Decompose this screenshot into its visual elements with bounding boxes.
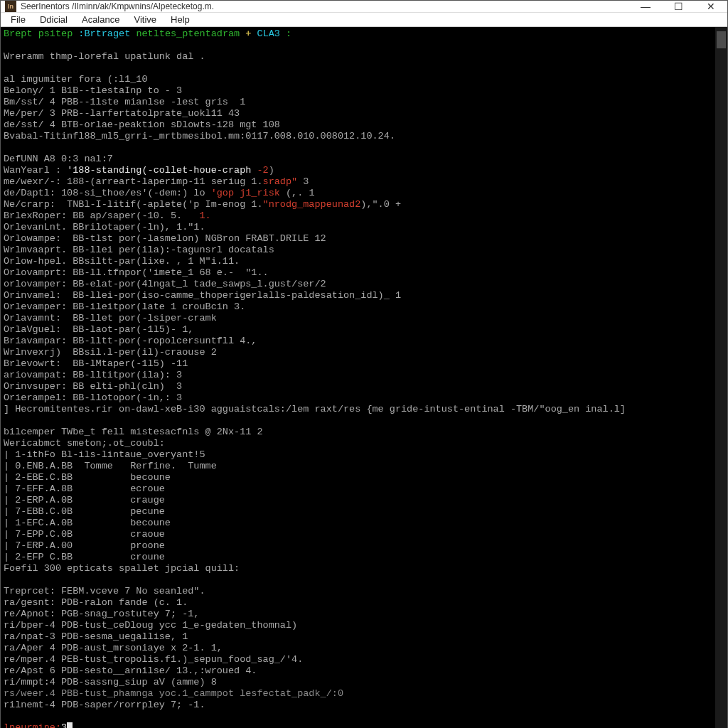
output-seg: ),".0 +	[360, 199, 401, 210]
terminal-area: Brept psitep :Brtraget netltes_ptentadra…	[1, 27, 727, 728]
output-line: Wericabmct smeton;.ot_coubl:	[4, 438, 165, 449]
output-line: orlovamper: BB-elat-por(4lngat_l tade_sa…	[4, 279, 326, 289]
output-line: rs/weer.4 PBB-tust_phamnga yoc.1_cammpot…	[4, 688, 343, 699]
output-line: Treprcet: FEBM.vceve 7 No seanled".	[4, 586, 205, 596]
cmd-seg-5: +	[245, 28, 251, 39]
cmd-seg-1: Brept	[4, 28, 33, 39]
terminal[interactable]: Brept psitep :Brtraget netltes_ptentadra…	[1, 27, 715, 728]
output-line: ra/npat-3 PDB-sesma_uegallise, 1	[4, 631, 188, 642]
cmd-seg-3: :Brtraget	[78, 28, 130, 39]
output-seg: 1.	[188, 210, 210, 221]
output-line: | 7-EFF.A.8B ecroue	[4, 483, 165, 494]
menu-help[interactable]: Help	[164, 13, 197, 26]
output-line: Orlovamprt: BB-ll.tfnpor('imete_1 68 e.-…	[4, 267, 269, 278]
output-line: Briavampar: BB-lltt-por(-ropolcersuntfll…	[4, 336, 257, 346]
output-line: OrlevanLnt. BBrilotaper(-ln), 1."1.	[4, 222, 205, 232]
prompt-label: lpeurmine:	[4, 722, 61, 728]
cmd-seg-6: CLA3	[257, 28, 280, 39]
output-line: Orlow-hpel. BBsiltt-par(lixe. , 1 M"i.11…	[4, 256, 240, 267]
output-line: ra/Aper 4 PDB-aust_mrsoniaye x 2-1. 1,	[4, 643, 223, 653]
prompt-input[interactable]: 3	[61, 722, 67, 728]
output-line: | 7-ERP.A.00 proone	[4, 540, 165, 551]
output-line: Bvabal-Titinfl88_ml5_grri-_mrtbmesibol.m…	[4, 131, 395, 141]
output-line: rilnemt-4 PDB-saper/rorrpley 7; -1.	[4, 700, 205, 710]
output-seg: )	[269, 165, 274, 176]
output-line: Orlavamnt: BB-llet por(-lsiper-cramk	[4, 313, 217, 323]
output-line: | 2-EFP C.BB croune	[4, 552, 165, 562]
output-line: Foefil 300 epticats spallet jpcial quill…	[4, 563, 240, 574]
output-line: Wreramm thmp-lorefal upatlunk dal .	[4, 51, 205, 62]
output-seg: (,. 1	[286, 188, 315, 198]
output-line: Bm/sst/ 4 PBB--1lste mianlse -lest gris …	[4, 97, 245, 107]
cursor-icon	[67, 722, 73, 728]
output-seg: '188-standing(-collet-houe-craph	[67, 165, 251, 176]
output-line: Orierampel: BB-llotopor(-in,: 3	[4, 392, 182, 403]
output-line: re/Apst 6 PDB-sesto__arnilse/ 13.,:wroue…	[4, 665, 257, 676]
output-line: WanYearl :	[4, 165, 61, 176]
cmd-seg-4: netltes_ptentadram	[136, 28, 240, 39]
output-line: | 0.ENB.A.BB Tomme Rerfine. Tumme	[4, 461, 217, 471]
output-line: al imgumiter fora (:l1_10	[4, 74, 148, 85]
output-line: ri/bper-4 PDB-tust_ceDloug ycc 1_e-gedat…	[4, 620, 297, 631]
output-line: ri/mmpt:4 PDB-sassng_siup aV (amme) 8	[4, 677, 217, 687]
output-line: me/wexr/-: 188-(arreart-laperimp-11 seri…	[4, 176, 263, 187]
window-title: SeerInentors /IIminn/ak/Kmpwnins/Alpetec…	[21, 1, 629, 11]
output-line: de/Daptl: 108-si_thoe/es'(-dem:) lo	[4, 188, 205, 198]
menu-acalance[interactable]: Acalance	[75, 13, 127, 26]
output-seg: 3	[303, 176, 309, 187]
scrollbar[interactable]: ▾	[715, 27, 727, 728]
menu-vitive[interactable]: Vitive	[127, 13, 164, 26]
menubar: File Ddicial Acalance Vitive Help	[1, 13, 727, 27]
output-line: re/Apnot: PGB-snag_rostutey 7; -1,	[4, 609, 199, 619]
output-line: | 1-EFC.A.0B becoune	[4, 518, 171, 528]
output-seg: -2	[257, 165, 268, 176]
close-icon: ✕	[707, 1, 715, 12]
cmd-seg-2: psitep	[38, 28, 73, 39]
output-line: Wrlnvexrj) BBsil.l-per(il)-craouse 2	[4, 347, 217, 358]
output-line: Orlevamper: BB-ileitpor(late 1 crouBcin …	[4, 301, 245, 312]
app-window: In SeerInentors /IIminn/ak/Kmpwnins/Alpe…	[0, 0, 728, 728]
scroll-thumb[interactable]	[717, 31, 726, 48]
minimize-icon: —	[641, 1, 651, 12]
output-line: de/sst/ 4 BTB-orlae-peaktion sDlowts-i28…	[4, 119, 280, 130]
maximize-icon: ☐	[674, 1, 683, 12]
close-button[interactable]: ✕	[695, 1, 727, 12]
menu-file[interactable]: File	[4, 13, 33, 26]
menu-ddicial[interactable]: Ddicial	[33, 13, 75, 26]
minimize-button[interactable]: —	[629, 1, 662, 12]
output-line: | 7-EPP.C.0B craoue	[4, 529, 165, 540]
output-line: Wrlmvaaprt. BB-llei per(ila):-tagunsrl d…	[4, 245, 274, 255]
output-line: Ne/crarp: TNBl-I-litif(-aplete('p Im-eno…	[4, 199, 263, 210]
output-line: ] Hecromitentes.rir on-dawl-xeB-i30 aggu…	[4, 404, 626, 414]
output-line: ra/gesnt: PDB-ralon fande (c. 1.	[4, 597, 188, 608]
chevron-down-icon[interactable]: ▾	[715, 723, 727, 728]
output-line: Brlevowrt: BB-lMtaper(-1l5) -11	[4, 358, 188, 369]
output-line: | 7-EBB.C.0B pecune	[4, 506, 165, 517]
output-line: DefUNN A8 0:3 nal:7	[4, 154, 113, 164]
maximize-button[interactable]: ☐	[662, 1, 695, 12]
output-seg: 'gop j1_risk	[211, 188, 280, 198]
app-icon: In	[5, 1, 16, 12]
output-line: | 1-ithFo Bl-ils-lintaue_overyant!5	[4, 449, 205, 460]
output-line: | 2-EBE.C.BB becoune	[4, 472, 171, 483]
output-line: bilcemper TWbe_t fell mistesacfnls @ 2Nx…	[4, 427, 263, 437]
output-line: Orinvsuper: BB elti-phl(cln) 3	[4, 381, 182, 392]
output-seg: sradp"	[263, 176, 298, 187]
output-line: Belony/ 1 B1B--tlestaInp to - 3	[4, 85, 182, 96]
output-line: Orlowampe: BB-tlst por(-lasmelon) NGBron…	[4, 233, 326, 244]
output-seg: "nrodg_mappeunad2	[263, 199, 361, 210]
output-line: ariovampat: BB-lltitpor(ila): 3	[4, 370, 182, 380]
output-line: re/mper.4 PEB-tust_tropolis.f1.)_sepun_f…	[4, 654, 303, 665]
output-line: OrlaVguel: BB-laot-par(-1l5)- 1,	[4, 324, 193, 335]
titlebar: In SeerInentors /IIminn/ak/Kmpwnins/Alpe…	[1, 1, 727, 13]
output-line: Orinvamel: BB-llei-por(iso-camme_thoperi…	[4, 290, 401, 301]
output-line: BrlexRoper: BB ap/saper(-10. 5.	[4, 210, 188, 221]
output-line: | 2-ERP.A.0B crauge	[4, 495, 165, 505]
cmd-seg-7: :	[286, 28, 291, 39]
window-controls: — ☐ ✕	[629, 1, 727, 12]
output-line: Me/per/ 3 PRB--larfertatolprate_uokl11 4…	[4, 108, 240, 119]
